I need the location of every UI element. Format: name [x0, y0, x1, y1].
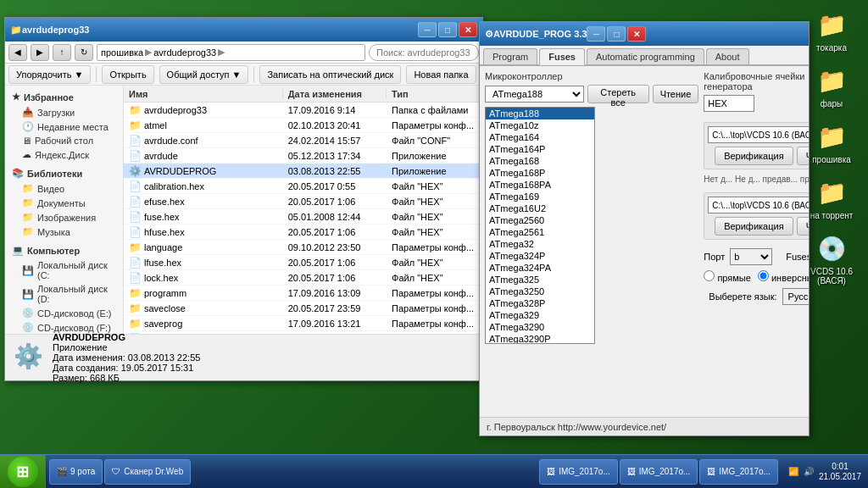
table-row[interactable]: 📁programm 17.09.2016 13:09 Параметры кон… — [124, 286, 482, 301]
flash-verify-button[interactable]: Верификация — [715, 147, 793, 165]
organize-button[interactable]: Упорядочить ▼ — [8, 65, 91, 84]
table-row[interactable]: 📄efuse.hex 20.05.2017 1:06 Файл "HEX" — [124, 194, 482, 209]
table-row[interactable]: ⚙️AVRDUDEPROG 03.08.2013 22:55 Приложени… — [124, 164, 482, 179]
sidebar-item-desktop[interactable]: 🖥 Рабочий стол — [5, 134, 123, 147]
table-row[interactable]: 📄lock.hex 20.05.2017 1:06 Файл "HEX" — [124, 270, 482, 286]
sidebar-item-disk-d[interactable]: 💾 Локальный диск (D: — [5, 282, 123, 306]
forward-button[interactable]: ▶ — [31, 44, 49, 61]
lang-select[interactable]: Русский — [782, 288, 809, 305]
list-item[interactable]: ATmega2561 — [486, 226, 594, 238]
list-item[interactable]: ATmega188 — [486, 108, 594, 119]
list-item[interactable]: ATmega2560 — [486, 214, 594, 226]
list-item[interactable]: ATmega168 — [486, 155, 594, 167]
column-type[interactable]: Тип — [387, 89, 482, 99]
eeprom-path-input[interactable] — [708, 197, 809, 214]
desktop-icon-tokarka[interactable]: 📁 токарка — [802, 4, 861, 56]
tab-about[interactable]: About — [706, 48, 749, 64]
mcu-dropdown[interactable]: ATmega188 — [485, 86, 584, 103]
tab-fuses[interactable]: Fuses — [539, 48, 585, 65]
burn-button[interactable]: Записать на оптический диск — [259, 65, 401, 84]
sidebar-item-yandex[interactable]: ☁ Яндекс.Диск — [5, 147, 123, 162]
maximize-button[interactable]: □ — [438, 22, 457, 37]
table-row[interactable]: 📁saveclose 20.05.2017 23:59 Параметры ко… — [124, 301, 482, 316]
share-button[interactable]: Общий доступ ▼ — [159, 65, 249, 84]
sidebar-favorites-header[interactable]: ★ Избранное — [5, 89, 123, 105]
radio-inverse-label[interactable]: инверсные — [758, 270, 809, 283]
list-item[interactable]: ATmega328P — [486, 297, 594, 309]
list-item[interactable]: ATmega324P — [486, 250, 594, 262]
taskbar-item-img3[interactable]: 🖼 IMG_2017o... — [699, 459, 778, 485]
tab-auto-programming[interactable]: Automatic programming — [587, 48, 704, 64]
table-row[interactable]: 📄lfuse.hex 20.05.2017 1:06 Файл "HEX" — [124, 255, 482, 270]
sidebar-item-docs[interactable]: 📁 Документы — [5, 196, 123, 210]
list-item[interactable]: ATmega164P — [486, 143, 594, 155]
table-row[interactable]: 📄avrdude.conf 24.02.2014 15:57 Файл "CON… — [124, 133, 482, 148]
radio-inverse-input[interactable] — [758, 270, 769, 281]
list-item[interactable]: ATmega3250 — [486, 286, 594, 297]
column-date[interactable]: Дата изменения — [283, 89, 387, 99]
sidebar-item-disk-c[interactable]: 💾 Локальный диск (C: — [5, 258, 123, 282]
table-row[interactable]: 📄calibration.hex 20.05.2017 0:55 Файл "H… — [124, 179, 482, 194]
clear-all-button[interactable]: Стереть все — [587, 85, 649, 103]
list-item[interactable]: ATmega325 — [486, 274, 594, 286]
list-item[interactable]: ATmega168P — [486, 167, 594, 179]
read-calib-button[interactable]: Чтение — [653, 85, 699, 103]
desktop-icon-vcds[interactable]: 💿 VCDS 10.6(ВАСЯ) — [802, 228, 861, 289]
table-row[interactable]: 📁avrdudeprog33 17.09.2016 9:14 Папка с ф… — [124, 103, 482, 118]
taskbar-item-img2[interactable]: 🖼 IMG_2017o... — [620, 459, 698, 485]
list-item[interactable]: ATmega16U2 — [486, 202, 594, 214]
table-row[interactable]: 📁language 09.10.2012 23:50 Параметры кон… — [124, 240, 482, 255]
sidebar-item-music[interactable]: 📁 Музыка — [5, 225, 123, 239]
sidebar-libraries-header[interactable]: 📚 Библиотеки — [5, 165, 123, 181]
taskbar-item-img1[interactable]: 🖼 IMG_2017o... — [539, 459, 618, 485]
sidebar-computer-header[interactable]: 💻 Компьютер — [5, 242, 123, 258]
radio-straight-label[interactable]: прямые — [704, 270, 751, 283]
avrdude-minimize-button[interactable]: ─ — [587, 26, 605, 42]
back-button[interactable]: ◀ — [8, 44, 27, 61]
sidebar-item-video[interactable]: 📁 Видео — [5, 181, 123, 196]
avrdude-maximize-button[interactable]: □ — [607, 26, 626, 42]
table-row[interactable]: 📁atmel 02.10.2013 20:41 Параметры конф..… — [124, 118, 482, 133]
list-item[interactable]: ATmega32 — [486, 238, 594, 250]
close-button[interactable]: ✕ — [459, 22, 477, 37]
taskbar-item-9-rota[interactable]: 🎬 9 рота — [49, 459, 103, 485]
list-item[interactable]: ATmega329 — [486, 309, 594, 321]
list-item[interactable]: ATmega164 — [486, 131, 594, 143]
open-button[interactable]: Открыть — [102, 65, 153, 84]
breadcrumb[interactable]: прошивка ▶ avrdudeprog33 ▶ — [97, 44, 365, 61]
list-item[interactable]: ATmega3290P — [486, 333, 594, 344]
up-button[interactable]: ↑ — [53, 44, 71, 61]
start-button[interactable]: ⊞ — [0, 455, 46, 489]
eeprom-read-button[interactable]: Чтение — [797, 217, 809, 236]
sidebar-item-cd-e[interactable]: 💿 CD-дисковод (E:) — [5, 306, 123, 320]
flash-path-input[interactable] — [708, 126, 809, 143]
avrdude-close-button[interactable]: ✕ — [627, 26, 646, 42]
sidebar-item-recent[interactable]: 🕐 Недавние места — [5, 119, 123, 134]
desktop-icon-na-torrent[interactable]: 📁 на торрент — [802, 172, 861, 224]
list-item[interactable]: ATmega10z — [486, 119, 594, 131]
minimize-button[interactable]: ─ — [418, 22, 437, 37]
taskbar-item-drweb[interactable]: 🛡 Сканер Dr.Web — [104, 459, 191, 485]
list-item[interactable]: ATmega169 — [486, 191, 594, 202]
new-folder-button[interactable]: Новая папка — [406, 65, 476, 84]
mcu-listbox[interactable]: ATmega188ATmega10zATmega164ATmega164PATm… — [485, 107, 595, 344]
sidebar-item-downloads[interactable]: 📥 Загрузки — [5, 105, 123, 119]
radio-straight-input[interactable] — [704, 270, 715, 281]
sidebar-item-images[interactable]: 📁 Изображения — [5, 210, 123, 225]
flash-read-button[interactable]: Чтение — [797, 147, 809, 165]
eeprom-verify-button[interactable]: Верификация — [715, 217, 793, 236]
list-item[interactable]: ATmega324PA — [486, 262, 594, 274]
table-row[interactable]: 📄avrdude 05.12.2013 17:34 Приложение — [124, 148, 482, 164]
refresh-button[interactable]: ↻ — [75, 44, 93, 61]
list-item[interactable]: ATmega168PA — [486, 179, 594, 191]
table-row[interactable]: 📄hfuse.hex 20.05.2017 1:06 Файл "HEX" — [124, 225, 482, 240]
tab-program[interactable]: Program — [483, 48, 537, 64]
search-input[interactable] — [369, 44, 479, 61]
table-row[interactable]: 📄fuse.hex 05.01.2008 12:44 Файл "HEX" — [124, 209, 482, 225]
desktop-icon-proshivka[interactable]: 📁 прошивка — [802, 116, 861, 168]
table-row[interactable]: 📁saveprog 17.09.2016 13:21 Параметры кон… — [124, 316, 482, 331]
list-item[interactable]: ATmega3290 — [486, 321, 594, 333]
column-name[interactable]: Имя — [124, 89, 283, 99]
calib-input[interactable] — [704, 95, 754, 112]
port-select[interactable]: b — [730, 248, 772, 265]
